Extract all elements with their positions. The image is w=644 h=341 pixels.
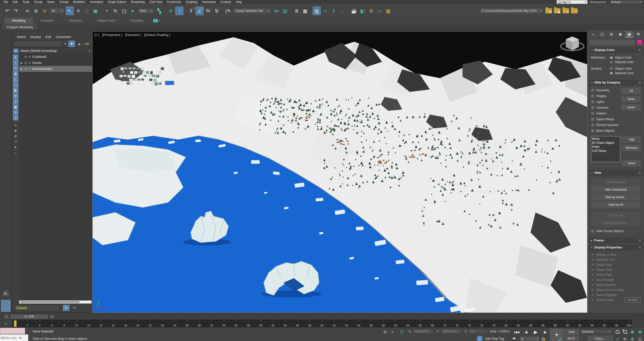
display-geometry-icon[interactable]: ●	[13, 54, 18, 60]
shaded-material-color-radio[interactable]	[610, 71, 613, 75]
hide-frozen-objects-checkbox[interactable]	[591, 229, 594, 233]
rectangular-selection-region-icon[interactable]: □	[83, 7, 91, 15]
display-groups-icon[interactable]: ▣	[13, 104, 18, 109]
layer-row-0-default[interactable]: ⊙≋0 (default)	[19, 54, 92, 60]
menu-civil-view[interactable]: Civil View	[147, 0, 165, 4]
project-folder-new-icon[interactable]: ▣	[554, 8, 560, 13]
maxscript-mini-listener[interactable]: MAXScript Mi	[0, 334, 28, 341]
select-and-scale-icon[interactable]: ◳	[120, 7, 128, 15]
display-influences-icon[interactable]: ≣	[13, 134, 18, 139]
array-tools-icon[interactable]: ∴	[338, 7, 346, 15]
select-object-icon[interactable]: ↖	[66, 7, 74, 15]
render-production-icon[interactable]: ▦	[384, 7, 392, 15]
orbit-icon[interactable]: ◉	[629, 336, 636, 341]
checkbox-geometry[interactable]	[591, 89, 594, 92]
none-button[interactable]: None	[622, 160, 641, 166]
angle-snap-icon[interactable]: ∠Ɂ	[195, 7, 204, 15]
shaded-object-color-radio[interactable]	[610, 67, 613, 70]
unlink-selection-icon[interactable]: ⊘	[32, 7, 40, 15]
expand-icon[interactable]: ▶	[21, 62, 23, 64]
none-button[interactable]: None	[622, 96, 641, 102]
keyboard-override-icon[interactable]: ↑	[175, 7, 183, 15]
display-tab-icon[interactable]: ▣	[625, 31, 634, 37]
time-configuration-icon[interactable]: ◷	[541, 336, 544, 341]
sign-in-button[interactable]: Sign In ▼	[557, 0, 587, 4]
bind-to-space-warp-icon[interactable]: ≋	[41, 7, 49, 15]
spinner-snap-icon[interactable]: ⇅Ɂ	[213, 7, 221, 15]
object-color-swatch[interactable]	[637, 39, 642, 45]
play-icon[interactable]: ▶	[531, 329, 540, 335]
maximize-viewport-icon[interactable]: ◱	[636, 336, 643, 341]
display-helpers-icon[interactable]: ◺	[13, 76, 18, 82]
scrollbar-thumb[interactable]	[20, 301, 79, 303]
ribbon-config-icon[interactable]: ▼▾	[153, 18, 159, 24]
viewport-menu-shading[interactable]: [Default Shading ]	[144, 33, 170, 37]
menu-graph-editors[interactable]: Graph Editors	[105, 0, 129, 4]
add-layer-icon[interactable]: +≋	[84, 41, 90, 47]
workspace-dropdown[interactable]: Default ▼	[610, 0, 643, 4]
utilities-tab-icon[interactable]: ⚒	[634, 31, 642, 37]
set-key-button[interactable]: Set K.	[564, 336, 579, 341]
compact-material-editor-icon[interactable]: ◧	[358, 7, 367, 15]
filter-icon[interactable]: ▼	[68, 41, 75, 47]
list-item-cat-bone[interactable]: CAT Bone	[592, 149, 619, 153]
motion-tab-icon[interactable]: ◉	[616, 31, 625, 37]
redo-icon[interactable]: ↷	[12, 7, 20, 15]
rendered-frame-window-icon[interactable]: ▭	[376, 7, 384, 15]
key-selection-dropdown[interactable]: Selected▼	[580, 329, 612, 334]
field-of-view-icon[interactable]: ⊿	[614, 336, 621, 341]
wireframe-object-color-radio[interactable]	[610, 56, 613, 59]
all-button[interactable]: All	[622, 88, 641, 94]
list-item-point[interactable]: Point	[592, 145, 619, 149]
lock-icon[interactable]: 🔒︎	[76, 41, 83, 47]
menu-tools[interactable]: Tools	[20, 0, 32, 4]
key-step-icons[interactable]: ◀▶	[512, 337, 516, 339]
expand-icon[interactable]: ▶	[21, 68, 23, 70]
mirror-icon[interactable]: ⋈	[272, 7, 280, 15]
selection-filter-dropdown[interactable]: All▼	[50, 8, 64, 14]
hierarchy-tab-icon[interactable]: ⊞	[607, 31, 616, 37]
ribbon-tab-freeform[interactable]: Freeform	[33, 18, 61, 24]
explorer-menu-display[interactable]: Display	[28, 34, 43, 39]
clear-search-icon[interactable]: ✕	[63, 42, 67, 46]
ribbon-tab-modeling[interactable]: Modeling	[5, 18, 33, 24]
x-coordinate-field[interactable]: 35405,477	[413, 329, 433, 334]
menu-scripting[interactable]: Scripting	[183, 0, 200, 4]
viewport-layout-swatch[interactable]	[1, 300, 11, 312]
timeline-ruler[interactable]: 0246810121416182022242628303234363840424…	[12, 320, 632, 327]
menu-file[interactable]: File	[1, 0, 10, 4]
create-tab-icon[interactable]: +	[589, 31, 598, 37]
spinner-icon[interactable]: ▲▼	[537, 336, 539, 341]
set-keys-button[interactable]: +	[550, 329, 564, 341]
display-lights-icon[interactable]: ¤	[13, 65, 18, 71]
zoom-icon[interactable]	[614, 329, 621, 335]
viewport-menu-pov[interactable]: [Perspective ]	[102, 33, 122, 37]
pan-icon[interactable]: Ψ	[621, 336, 628, 341]
auto-key-button[interactable]: Auto	[564, 329, 579, 335]
explorer-column-header[interactable]: ● Name (Sorted Ascending) ▲	[12, 48, 92, 54]
select-and-link-icon[interactable]: ∞	[23, 7, 31, 15]
menu-edit[interactable]: Edit	[10, 0, 20, 4]
display-bones-icon[interactable]: ∫	[13, 99, 18, 104]
menu-content[interactable]: Content	[218, 0, 233, 4]
menu-group[interactable]: Group	[32, 0, 45, 4]
display-frozen-icon[interactable]: ✳	[13, 110, 18, 115]
explorer-menu-customize[interactable]: Customize	[54, 34, 73, 39]
display-space-warps-icon[interactable]: ≈	[13, 82, 18, 87]
search-input[interactable]	[14, 41, 62, 47]
percent-snap-icon[interactable]: %Ɂ	[204, 7, 212, 15]
list-item-bone[interactable]: Bone	[592, 137, 619, 141]
visibility-eye-icon[interactable]: ⊙	[24, 67, 27, 71]
menu-interactive[interactable]: Interactive	[200, 0, 218, 4]
menu-views[interactable]: Views	[45, 0, 57, 4]
align-icon[interactable]: ▤	[281, 7, 289, 15]
checkbox-helpers[interactable]: ✓	[591, 112, 594, 115]
display-cameras-icon[interactable]: ◙	[13, 71, 18, 76]
toggle-scene-explorer-icon[interactable]: ≣	[293, 7, 301, 15]
toggle-ribbon-icon[interactable]: ▥	[313, 7, 321, 15]
select-and-rotate-icon[interactable]: ↻	[111, 7, 119, 15]
overflow-icon[interactable]: »	[90, 40, 92, 43]
layers-view-icon[interactable]: ≋	[63, 305, 69, 311]
time-slider[interactable]	[14, 320, 17, 327]
ribbon-tab-object-paint[interactable]: Object Paint	[90, 18, 123, 24]
